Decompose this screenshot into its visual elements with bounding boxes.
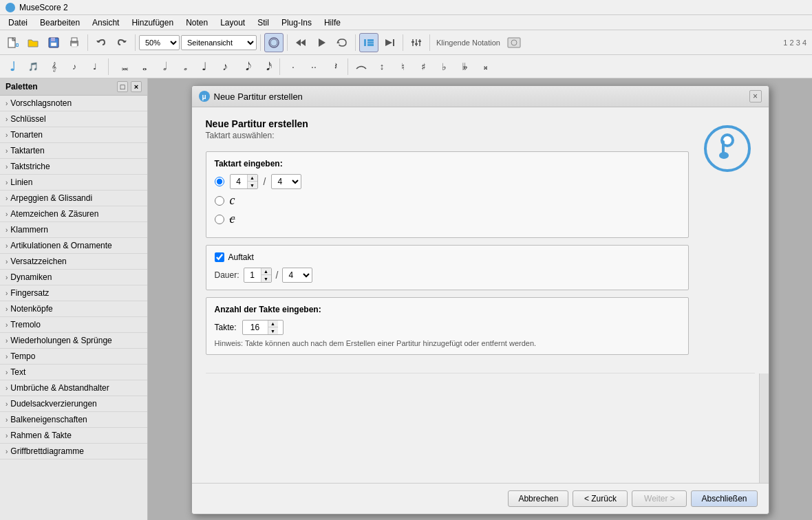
cancel-button[interactable]: Abbrechen <box>508 490 568 507</box>
sidebar-item-vorschlagsnoten[interactable]: › Vorschlagsnoten <box>0 96 147 111</box>
dauer-denominator-select[interactable]: 4 1 2 8 16 <box>282 268 312 283</box>
dauer-numerator-down-arrow[interactable]: ▼ <box>261 275 271 283</box>
finish-button[interactable]: Abschließen <box>691 490 757 507</box>
next-measure-btn[interactable] <box>380 33 399 52</box>
redo-button[interactable] <box>112 33 131 52</box>
dur-16-btn[interactable]: 𝅗 <box>174 57 193 76</box>
dur-4-btn[interactable]: ♪ <box>215 57 235 76</box>
denominator-select[interactable]: 4 1 2 8 16 <box>271 174 301 189</box>
zoom-select[interactable]: 50% 75% 100% <box>139 35 180 50</box>
numerator-arrows: ▲ ▼ <box>247 174 257 189</box>
metronome-button[interactable] <box>264 33 284 52</box>
sharp-btn[interactable]: ♯ <box>414 57 433 76</box>
sidebar-item-arpeggien[interactable]: › Arpeggien & Glissandi <box>0 191 147 206</box>
flip-btn[interactable]: ↕ <box>372 57 392 76</box>
dur-128-btn[interactable]: 𝅜 <box>112 57 131 76</box>
sidebar-item-taktstriche[interactable]: › Taktstriche <box>0 159 147 175</box>
voice4-btn[interactable]: ♩ <box>85 57 105 76</box>
sidebar-item-dynamiken[interactable]: › Dynamiken <box>0 270 147 285</box>
chevron-icon: › <box>6 147 8 155</box>
menu-stil[interactable]: Stil <box>252 17 275 29</box>
takte-down-arrow[interactable]: ▼ <box>268 327 278 335</box>
numerator-up-arrow[interactable]: ▲ <box>248 174 257 182</box>
klingende-notation-btn[interactable] <box>504 33 524 52</box>
sidebar-item-notenkoepfe[interactable]: › Notenköpfe <box>0 301 147 317</box>
menu-noten[interactable]: Noten <box>180 17 213 29</box>
nat-btn[interactable]: ♮ <box>393 57 412 76</box>
enhar-btn[interactable]: 𝄪 <box>476 57 495 76</box>
ddot-btn[interactable]: ·· <box>304 57 323 76</box>
menu-ansicht[interactable]: Ansicht <box>87 17 125 29</box>
sidebar-item-tonarten[interactable]: › Tonarten <box>0 127 147 143</box>
sidebar-item-linien[interactable]: › Linien <box>0 175 147 191</box>
custom-timesig-radio[interactable] <box>215 177 224 186</box>
menu-datei[interactable]: Datei <box>3 17 33 29</box>
auftakt-label: Auftakt <box>228 252 254 262</box>
menu-hilfe[interactable]: Hilfe <box>319 17 346 29</box>
dflat-btn[interactable]: 𝄫 <box>455 57 474 76</box>
sidebar-item-artikulationen[interactable]: › Artikulationen & Ornamente <box>0 238 147 254</box>
play-button[interactable] <box>312 33 331 52</box>
new-button[interactable] <box>3 33 22 52</box>
sidebar-item-label: Umbrüche & Abstandhalter <box>10 383 109 393</box>
loop-button[interactable] <box>332 33 352 52</box>
sidebar-item-atemzeichen[interactable]: › Atemzeichen & Zäsuren <box>0 206 147 222</box>
dur-1-btn[interactable]: 𝅘𝅥𝅯 <box>257 57 276 76</box>
sidebar-item-rahmen[interactable]: › Rahmen & Takte <box>0 428 147 444</box>
back-button[interactable]: < Zurück <box>573 490 628 507</box>
cut-time-radio[interactable] <box>215 215 224 224</box>
voice3-btn[interactable]: ♪ <box>65 57 84 76</box>
sidebar-item-umbrueche[interactable]: › Umbrüche & Abstandhalter <box>0 380 147 396</box>
rewind-button[interactable] <box>291 33 310 52</box>
sidebar-item-wiederholungen[interactable]: › Wiederholungen & Sprünge <box>0 333 147 349</box>
menu-bearbeiten[interactable]: Bearbeiten <box>34 17 85 29</box>
print-button[interactable] <box>65 33 84 52</box>
sidebar-item-label: Versatzzeichen <box>10 257 66 266</box>
sidebar-item-label: Arpeggien & Glissandi <box>10 193 92 203</box>
rest-btn[interactable]: 𝄽 <box>325 57 344 76</box>
dur-32-btn[interactable]: 𝅗𝅥 <box>153 57 173 76</box>
voice2-btn[interactable]: 𝄞 <box>44 57 63 76</box>
modal-body: Neue Partitur erstellen Taktart auswähle… <box>192 107 769 373</box>
modal-close-button[interactable]: × <box>749 90 762 102</box>
dauer-numerator-up-arrow[interactable]: ▲ <box>261 268 271 275</box>
undo-button[interactable] <box>92 33 111 52</box>
menu-plugins[interactable]: Plug-Ins <box>276 17 317 29</box>
auftakt-checkbox[interactable] <box>215 252 224 262</box>
sidebar-item-taktarten[interactable]: › Taktarten <box>0 143 147 159</box>
dauer-numerator-spinbox: 1 ▲ ▼ <box>244 268 272 283</box>
numerator-down-arrow[interactable]: ▼ <box>248 182 257 189</box>
common-time-radio[interactable] <box>215 196 224 206</box>
menu-hinzufuegen[interactable]: Hinzufügen <box>126 17 179 29</box>
menu-layout[interactable]: Layout <box>215 17 250 29</box>
sidebar-item-schluessel[interactable]: › Schlüssel <box>0 111 147 127</box>
sidebar-item-fingersatz[interactable]: › Fingersatz <box>0 285 147 301</box>
sidebar-close-btn[interactable]: × <box>131 81 142 92</box>
mixer-btn[interactable] <box>407 33 426 52</box>
open-button[interactable] <box>23 33 43 52</box>
note-input-btn[interactable]: ♩ <box>3 57 22 76</box>
sidebar-item-tempo[interactable]: › Tempo <box>0 349 147 365</box>
sidebar-item-text[interactable]: › Text <box>0 365 147 380</box>
dur-2-btn[interactable]: 𝅘𝅥𝅮 <box>236 57 255 76</box>
sidebar-item-dudelsack[interactable]: › Dudelsackverzierungen <box>0 396 147 412</box>
save-button[interactable] <box>44 33 63 52</box>
modal-heading: Neue Partitur erstellen <box>206 118 689 129</box>
sidebar-item-balken[interactable]: › Balkeneigenschaften <box>0 412 147 428</box>
takte-up-arrow[interactable]: ▲ <box>268 320 278 327</box>
dot-btn[interactable]: · <box>284 57 303 76</box>
takte-label: Takte: <box>215 323 237 332</box>
dur-64-btn[interactable]: 𝅝 <box>133 57 152 76</box>
tie-btn[interactable] <box>352 57 371 76</box>
sidebar-item-klammern[interactable]: › Klammern <box>0 222 147 238</box>
sidebar-item-tremolo[interactable]: › Tremolo <box>0 317 147 333</box>
sidebar-item-versatzzeichen[interactable]: › Versatzzeichen <box>0 254 147 270</box>
playback-mode-btn[interactable] <box>359 33 378 52</box>
sidebar-item-griffbrett[interactable]: › Griffbrettdiagramme <box>0 444 147 459</box>
voice1-btn[interactable]: 🎵 <box>23 57 43 76</box>
next-button[interactable]: Weiter > <box>632 490 687 507</box>
sidebar-expand-btn[interactable]: □ <box>117 81 128 92</box>
dur-8-btn[interactable]: ♩ <box>195 57 214 76</box>
view-mode-select[interactable]: Seitenansicht Fortlaufend <box>181 35 257 50</box>
flat-btn[interactable]: ♭ <box>434 57 453 76</box>
